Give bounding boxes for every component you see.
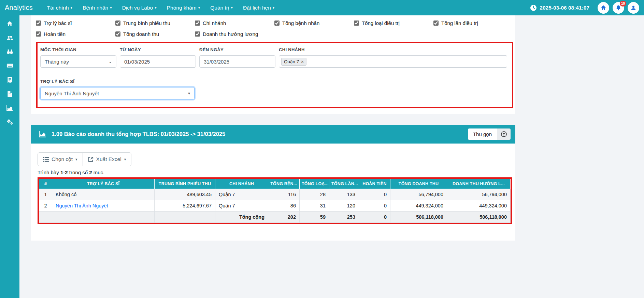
cell-total-patients: 116 <box>268 189 300 200</box>
remove-tag-icon[interactable]: × <box>301 59 304 64</box>
checkbox-input[interactable] <box>115 31 120 37</box>
collapse-button[interactable]: Thu gọn <box>468 128 497 140</box>
checkbox-input[interactable] <box>274 21 280 26</box>
col-index[interactable]: # <box>39 179 52 189</box>
report-chart-icon[interactable] <box>6 104 13 111</box>
chevron-down-icon: ▾ <box>124 157 126 162</box>
chevron-down-icon: ▾ <box>231 5 233 10</box>
from-date-label: TỪ NGÀY <box>120 47 196 52</box>
chevron-down-icon: ▾ <box>188 91 190 96</box>
cell-treatment-types: 31 <box>300 200 329 212</box>
home-button[interactable] <box>598 2 609 14</box>
filter-card: Trợ lý bác sĩ Trung bình phiếu thu Chi n… <box>31 15 515 114</box>
choose-columns-button[interactable]: Chọn cột ▾ <box>38 153 83 166</box>
branch-multiselect[interactable]: Quận 7 × <box>279 55 507 68</box>
cell-total-revenue: 56,794,000 <box>390 189 447 200</box>
checkbox-input[interactable] <box>195 21 200 26</box>
checkbox-hoan-tien[interactable]: Hoàn tiền <box>36 31 115 37</box>
col-avg-receipt[interactable]: TRUNG BÌNH PHIẾU THU <box>155 179 215 189</box>
patients-icon[interactable] <box>6 34 13 41</box>
report-chart-icon <box>39 131 46 137</box>
cell-treatment-times: 120 <box>329 200 359 212</box>
main-menu: Tài chính▾ Bệnh nhân▾ Dịch vụ Labo▾ Phòn… <box>47 5 274 11</box>
branch-label: CHI NHÁNH <box>279 47 507 52</box>
column-checkbox-grid: Trợ lý bác sĩ Trung bình phiếu thu Chi n… <box>31 20 515 37</box>
invoice-icon[interactable] <box>6 76 13 83</box>
col-assistant[interactable]: TRỢ LÝ BÁC SĨ <box>52 179 155 189</box>
cell-refund: 0 <box>359 212 390 223</box>
clinic-icon[interactable] <box>6 62 13 69</box>
from-date-input[interactable] <box>120 55 196 68</box>
cell-empty <box>39 212 52 223</box>
user-profile-button[interactable] <box>628 2 639 14</box>
collapse-toggle-button[interactable] <box>497 128 511 140</box>
assistant-link[interactable]: Nguyễn Thị Ánh Nguyệt <box>56 203 108 208</box>
checkbox-tro-ly-bac-si[interactable]: Trợ lý bác sĩ <box>36 20 115 26</box>
document-icon[interactable] <box>6 90 13 97</box>
col-total-patients[interactable]: TỔNG BỆN... <box>268 179 300 189</box>
col-branch[interactable]: CHI NHÁNH <box>215 179 268 189</box>
highlight-box-table: # TRỢ LÝ BÁC SĨ TRUNG BÌNH PHIẾU THU CHI… <box>38 177 512 224</box>
list-icon <box>43 157 49 162</box>
checkbox-input[interactable] <box>36 21 41 26</box>
time-range-select[interactable]: Tháng này ⌄ <box>40 55 116 68</box>
checkbox-tong-doanh-thu[interactable]: Tổng doanh thu <box>115 31 195 37</box>
cell-salary-revenue: 506,118,000 <box>447 212 511 223</box>
menu-phong-kham[interactable]: Phòng khám▾ <box>167 5 200 11</box>
col-treatment-types[interactable]: TỔNG LOẠ... <box>300 179 329 189</box>
settings-gears-icon[interactable] <box>6 118 13 125</box>
export-excel-button[interactable]: Xuất Excel ▾ <box>83 153 131 166</box>
checkbox-tong-loai-dieu-tri[interactable]: Tổng loại điều trị <box>354 20 433 26</box>
cell-refund: 0 <box>359 189 390 200</box>
cell-avg-receipt: 489,603.45 <box>155 189 215 200</box>
col-salary-revenue[interactable]: DOANH THU HƯỞNG L... <box>447 179 511 189</box>
cell-refund: 0 <box>359 200 390 212</box>
checkbox-doanh-thu-huong-luong[interactable]: Doanh thu hưởng lương <box>195 31 274 37</box>
to-date-input[interactable] <box>199 55 275 68</box>
chevron-down-icon: ▾ <box>75 157 77 162</box>
labo-icon[interactable] <box>6 48 13 55</box>
chevron-down-icon: ▾ <box>273 5 275 10</box>
menu-benh-nhan[interactable]: Bệnh nhân▾ <box>83 5 112 11</box>
menu-dat-lich-hen[interactable]: Đặt lịch hẹn▾ <box>243 5 274 11</box>
section-gap <box>31 114 515 125</box>
checkbox-input[interactable] <box>36 31 41 37</box>
external-link-icon <box>88 157 94 162</box>
cell-total-label: Tổng cộng <box>215 212 268 223</box>
col-total-revenue[interactable]: TỔNG DOANH THU <box>390 179 447 189</box>
checkbox-trung-binh-phieu-thu[interactable]: Trung bình phiếu thu <box>115 20 195 26</box>
checkbox-input[interactable] <box>354 21 359 26</box>
cell-total-revenue: 506,118,000 <box>390 212 447 223</box>
current-datetime: 2025-03-06 08:41:07 <box>530 4 589 11</box>
checkbox-tong-benh-nhan[interactable]: Tổng bệnh nhân <box>274 20 354 26</box>
cell-total-patients: 202 <box>268 212 300 223</box>
home-icon[interactable] <box>6 20 13 27</box>
arrow-up-circle-icon <box>501 131 507 137</box>
checkbox-chi-nhanh[interactable]: Chi nhánh <box>195 20 274 26</box>
checkbox-input[interactable] <box>115 21 120 26</box>
checkbox-input[interactable] <box>433 21 439 26</box>
menu-dich-vu-labo[interactable]: Dịch vụ Labo▾ <box>122 5 157 11</box>
chevron-down-icon: ▾ <box>155 5 157 10</box>
cell-treatment-times: 133 <box>329 189 359 200</box>
checkbox-tong-lan-dieu-tri[interactable]: Tổng lần điều trị <box>433 20 513 26</box>
report-table: # TRỢ LÝ BÁC SĨ TRUNG BÌNH PHIẾU THU CHI… <box>39 179 511 223</box>
chevron-down-icon: ▾ <box>71 5 73 10</box>
assistant-select[interactable]: Nguyễn Thị Ánh Nguyệt ▾ <box>40 87 195 99</box>
chevron-down-icon: ⌄ <box>109 59 112 64</box>
cell-branch: Quận 7 <box>215 200 268 212</box>
home-icon <box>600 5 606 11</box>
cell-treatment-types: 59 <box>300 212 329 223</box>
highlight-box-filters: MỐC THỜI GIAN Tháng này ⌄ TỪ NGÀY ĐẾN NG… <box>36 42 513 108</box>
clock-icon <box>530 4 537 11</box>
menu-tai-chinh[interactable]: Tài chính▾ <box>47 5 72 11</box>
notifications-button[interactable]: 10 <box>613 2 624 14</box>
cell-branch: Quận 7 <box>215 189 268 200</box>
col-treatment-times[interactable]: TỔNG LẦN... <box>329 179 359 189</box>
col-refund[interactable]: HOÀN TIỀN <box>359 179 390 189</box>
cell-avg-receipt: 5,224,697.67 <box>155 200 215 212</box>
cell-total-patients: 86 <box>268 200 300 212</box>
menu-quan-tri[interactable]: Quản trị▾ <box>210 5 233 11</box>
checkbox-input[interactable] <box>195 31 200 37</box>
top-navbar: Analytics Tài chính▾ Bệnh nhân▾ Dịch vụ … <box>0 0 644 15</box>
